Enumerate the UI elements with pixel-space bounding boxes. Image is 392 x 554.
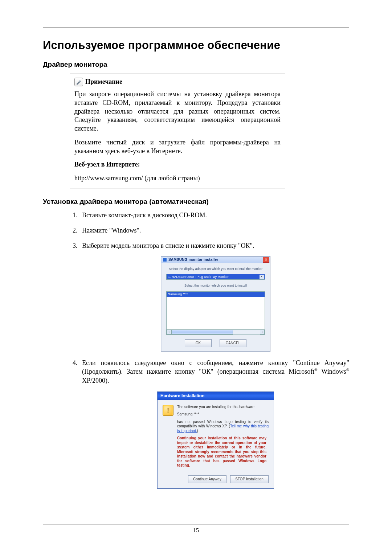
registered-mark: ® bbox=[346, 368, 349, 372]
installer-title-text: SAMSUNG monitor installer bbox=[168, 257, 218, 262]
installer-titlebar: SAMSUNG monitor installer × bbox=[161, 257, 270, 263]
note-url: http://www.samsung.com/ (для любой стран… bbox=[74, 174, 281, 183]
monitor-list[interactable]: Samsung **** ‹ › bbox=[166, 291, 265, 335]
stop-rest: TOP Installation bbox=[238, 477, 264, 482]
step-4-text-b: Windows bbox=[318, 368, 346, 375]
note-web-label: Веб-узел в Интернете: bbox=[74, 160, 281, 169]
step-2: Нажмите "Windows". bbox=[79, 226, 349, 235]
step-4-text-a: Если появилось следующее окно с сообщени… bbox=[82, 359, 349, 375]
installer-dialog: SAMSUNG monitor installer × Select the d… bbox=[161, 256, 270, 352]
step-1: Вставьте компакт-диск в дисковод CD-ROM. bbox=[79, 211, 349, 219]
stop-installation-button[interactable]: STOP Installation bbox=[230, 475, 269, 483]
hw-line2c: ) bbox=[197, 429, 198, 433]
note-paragraph-2: Возьмите чистый диск и загрузите файл пр… bbox=[74, 138, 281, 156]
note-box: Примечание При запросе операционной сист… bbox=[70, 74, 285, 189]
step-4-text-c: XP/2000). bbox=[82, 377, 109, 384]
ok-button[interactable]: OK bbox=[185, 339, 212, 347]
hw-titlebar: Hardware Installation bbox=[158, 392, 274, 400]
scroll-left-icon[interactable]: ‹ bbox=[167, 330, 171, 335]
scroll-right-icon[interactable]: › bbox=[260, 330, 265, 335]
chevron-down-icon[interactable]: ▾ bbox=[260, 275, 264, 279]
hw-text: The software you are installing for this… bbox=[177, 405, 269, 471]
page: Используемое программное обеспечение Дра… bbox=[0, 0, 392, 554]
monitor-list-selected[interactable]: Samsung **** bbox=[167, 292, 265, 297]
installer-body: Select the display adapter on which you … bbox=[161, 263, 270, 352]
page-title: Используемое программное обеспечение bbox=[43, 39, 349, 52]
hw-warning: Continuing your installation of this sof… bbox=[177, 436, 269, 468]
horizontal-scrollbar[interactable]: ‹ › bbox=[167, 329, 265, 335]
note-paragraph-1: При запросе операционной системы на уста… bbox=[74, 90, 281, 133]
hw-line1: The software you are installing for this… bbox=[177, 405, 269, 410]
step-3-text: Выберите модель монитора в списке и нажм… bbox=[82, 242, 254, 249]
page-number: 15 bbox=[193, 527, 199, 533]
hw-title-text: Hardware Installation bbox=[160, 393, 204, 399]
stop-accel: S bbox=[235, 477, 238, 482]
section-heading-auto: Установка драйвера монитора (автоматичес… bbox=[43, 198, 349, 206]
installer-instruction-2: Select the monitor which you want to ins… bbox=[166, 283, 265, 288]
installer-buttons: OK CANCEL bbox=[166, 339, 265, 347]
display-adapter-select[interactable]: 1. RADEON 9550 : Plug and Play Monitor ▾ bbox=[166, 274, 265, 280]
continue-rest: ontinue Anyway bbox=[196, 477, 221, 482]
continue-accel: C bbox=[193, 477, 196, 482]
page-footer: 15 bbox=[43, 525, 349, 534]
section-heading-driver: Драйвер монитора bbox=[43, 61, 349, 69]
steps-list: Вставьте компакт-диск в дисковод CD-ROM.… bbox=[70, 211, 349, 489]
step-4: Если появилось следующее окно с сообщени… bbox=[79, 358, 349, 489]
scroll-thumb[interactable] bbox=[171, 330, 233, 335]
cancel-button[interactable]: CANCEL bbox=[220, 339, 246, 347]
registered-mark: ® bbox=[314, 368, 317, 372]
hw-buttons: Continue Anyway STOP Installation bbox=[158, 475, 274, 488]
hw-device: Samsung **** bbox=[177, 412, 269, 417]
hw-line2: has not passed Windows Logo testing to v… bbox=[177, 420, 269, 434]
hardware-install-dialog: Hardware Installation ! The software you… bbox=[157, 391, 274, 489]
note-header: Примечание bbox=[74, 78, 281, 86]
warning-icon: ! bbox=[163, 405, 173, 416]
top-rule bbox=[43, 28, 349, 28]
display-adapter-value: 1. RADEON 9550 : Plug and Play Monitor bbox=[168, 275, 229, 279]
installer-instruction-1: Select the display adapter on which you … bbox=[166, 267, 265, 271]
note-icon bbox=[74, 78, 83, 86]
close-icon[interactable]: × bbox=[263, 257, 269, 263]
hw-body: ! The software you are installing for th… bbox=[158, 400, 274, 475]
step-3: Выберите модель монитора в списке и нажм… bbox=[79, 241, 349, 352]
app-icon bbox=[163, 258, 167, 262]
continue-anyway-button[interactable]: Continue Anyway bbox=[188, 475, 226, 483]
note-title: Примечание bbox=[85, 78, 122, 86]
